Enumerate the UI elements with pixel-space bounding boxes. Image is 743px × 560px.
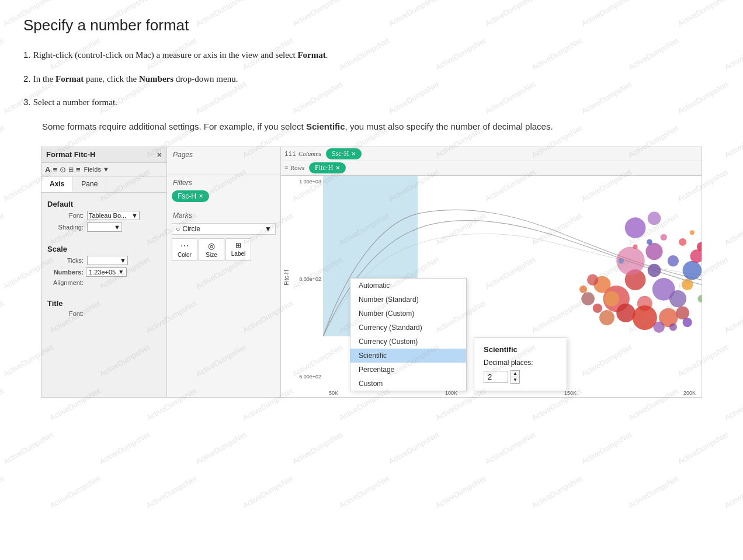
- dropdown-item-custom[interactable]: Custom: [350, 377, 466, 391]
- svg-point-18: [690, 249, 702, 263]
- dropdown-item-currency-custom[interactable]: Currency (Custom): [350, 335, 466, 349]
- filter-pill-fsch[interactable]: Fsc-H ✕: [172, 190, 209, 202]
- format-panel: Format Fitc-H × A ≡ ⊙ ⊞ ≡ Fields ▼ Axis …: [41, 147, 167, 397]
- spinner-down[interactable]: ▼: [511, 377, 519, 383]
- step-2-text-after: drop-down menu.: [173, 74, 238, 84]
- svg-point-32: [690, 230, 695, 235]
- step-1-text-after: .: [326, 50, 328, 60]
- step-3-number: 3.: [23, 97, 33, 107]
- svg-point-30: [633, 244, 638, 249]
- alignment-row: Alignment:: [47, 279, 161, 286]
- scale-label: Scale: [47, 245, 161, 253]
- scientific-panel: Scientific Decimal places: ▲ ▼: [474, 338, 567, 391]
- ticks-row: Ticks: ▼: [47, 256, 161, 265]
- note-text-after: , you must also specify the number of de…: [345, 121, 553, 131]
- middle-panel: Pages Filters Fsc-H ✕ Marks ○ Circle ▼ ⋯: [167, 147, 281, 397]
- number-format-dropdown[interactable]: Automatic Number (Standard) Number (Cust…: [350, 278, 467, 391]
- rows-icon: ≡: [284, 164, 288, 171]
- ticks-dropdown[interactable]: ▼: [87, 256, 128, 265]
- numbers-dropdown[interactable]: 1.23e+05 ▼: [86, 267, 127, 277]
- decimal-spinner[interactable]: ▲ ▼: [511, 370, 520, 384]
- svg-point-21: [587, 274, 598, 285]
- font-dropdown[interactable]: Tableau Bo... ▼: [87, 211, 140, 220]
- title-font-row: Font:: [47, 310, 161, 317]
- shading-arrow[interactable]: ▼: [114, 224, 120, 231]
- svg-point-15: [645, 243, 662, 260]
- marks-label-btn[interactable]: ⊞ Label: [225, 238, 251, 261]
- font-value: Tableau Bo...: [89, 212, 126, 219]
- shading-dropdown[interactable]: ▼: [87, 222, 122, 232]
- svg-point-16: [668, 255, 679, 266]
- columns-pill-ssch[interactable]: Ssc-H ✕: [326, 148, 362, 159]
- step-3: 3. Select a number format.: [23, 96, 720, 109]
- pages-header: Pages: [167, 147, 280, 160]
- svg-point-29: [647, 239, 652, 245]
- step-1: 1. Right-click (control-click on Mac) a …: [23, 48, 720, 62]
- columns-icon: iii: [284, 150, 296, 158]
- marks-type-arrow: ▼: [265, 225, 272, 233]
- svg-point-36: [648, 211, 661, 225]
- rows-pill-fitch[interactable]: Fitc-H ✕: [309, 162, 346, 173]
- note-bold: Scientific: [306, 121, 345, 131]
- rows-line: ≡ Rows Fitc-H ✕: [281, 161, 702, 175]
- marks-label-icon: ⊞: [235, 241, 241, 249]
- step-1-number: 1.: [23, 50, 33, 60]
- page-title: Specify a number format: [23, 16, 720, 34]
- main-content: Specify a number format 1. Right-click (…: [0, 0, 743, 409]
- toolbar-a[interactable]: A: [45, 165, 50, 174]
- x-val-50k: 50K: [329, 390, 338, 396]
- dropdown-item-percentage[interactable]: Percentage: [350, 363, 466, 377]
- y-val-1: 1.00e+03: [291, 179, 321, 185]
- svg-point-19: [679, 238, 686, 245]
- marks-color-btn[interactable]: ⋯ Color: [172, 238, 197, 261]
- toolbar-icon4[interactable]: ≡: [76, 165, 81, 174]
- default-label: Default: [47, 200, 161, 208]
- spinner-up[interactable]: ▲: [511, 371, 519, 377]
- dropdown-item-number-standard[interactable]: Number (Standard): [350, 293, 466, 307]
- decimal-places-input[interactable]: [484, 371, 508, 383]
- step-1-text-before: Right-click (control-click on Mac) a mea…: [33, 50, 298, 60]
- tab-axis[interactable]: Axis: [41, 177, 73, 192]
- toolbar-icon2[interactable]: ⊙: [60, 165, 66, 174]
- step-3-text: Select a number format.: [33, 98, 117, 107]
- svg-point-4: [616, 303, 635, 322]
- dropdown-item-number-custom[interactable]: Number (Custom): [350, 307, 466, 321]
- columns-label: Columns: [298, 150, 321, 157]
- tab-pane[interactable]: Pane: [73, 177, 106, 192]
- columns-pill-label: Ssc-H: [332, 149, 349, 158]
- y-axis-label: Fitc-H: [283, 270, 290, 286]
- step-2: 2. In the Format pane, click the Numbers…: [23, 72, 720, 86]
- step-2-number: 2.: [23, 74, 33, 84]
- numbers-arrow[interactable]: ▼: [118, 269, 124, 275]
- marks-label-label: Label: [231, 251, 246, 257]
- toolbar-icon3[interactable]: ⊞: [68, 166, 74, 173]
- x-val-200k: 200K: [683, 390, 696, 396]
- dropdown-item-currency-standard[interactable]: Currency (Standard): [350, 321, 466, 335]
- dropdown-item-automatic[interactable]: Automatic: [350, 279, 466, 293]
- ticks-arrow[interactable]: ▼: [120, 257, 126, 264]
- toolbar-fields[interactable]: Fields ▼: [84, 166, 109, 173]
- numbers-row: Numbers: 1.23e+05 ▼: [47, 267, 161, 277]
- filters-header: Filters: [167, 175, 280, 188]
- right-section: iii Columns Ssc-H ✕ ≡ Rows Fitc-H ✕: [281, 147, 702, 397]
- columns-pill-icon: ✕: [351, 151, 356, 157]
- marks-section: Marks ○ Circle ▼ ⋯ Color ◎: [167, 208, 280, 261]
- toolbar-icon1[interactable]: ≡: [53, 165, 57, 174]
- format-tabs: Axis Pane: [41, 177, 166, 193]
- svg-point-26: [653, 321, 664, 332]
- marks-header: Marks: [167, 208, 280, 221]
- decimal-places-row: Decimal places:: [484, 359, 557, 367]
- ticks-label: Ticks:: [47, 257, 84, 264]
- format-panel-close[interactable]: ×: [157, 150, 162, 159]
- columns-rows-bar: iii Columns Ssc-H ✕ ≡ Rows Fitc-H ✕: [281, 147, 702, 176]
- svg-point-33: [698, 295, 702, 302]
- marks-size-btn[interactable]: ◎ Size: [199, 238, 224, 261]
- dropdown-item-scientific[interactable]: Scientific: [350, 349, 466, 363]
- marks-type-label: Circle: [182, 225, 200, 233]
- step-2-bold1: Format: [55, 74, 84, 84]
- y-val-2: 8.00e+02: [291, 276, 321, 282]
- marks-type-row[interactable]: ○ Circle ▼: [172, 223, 276, 235]
- font-dropdown-arrow[interactable]: ▼: [131, 212, 138, 219]
- format-default-section: Default Font: Tableau Bo... ▼ Shading: ▼: [41, 193, 166, 238]
- filter-pill-icon: ✕: [199, 193, 203, 199]
